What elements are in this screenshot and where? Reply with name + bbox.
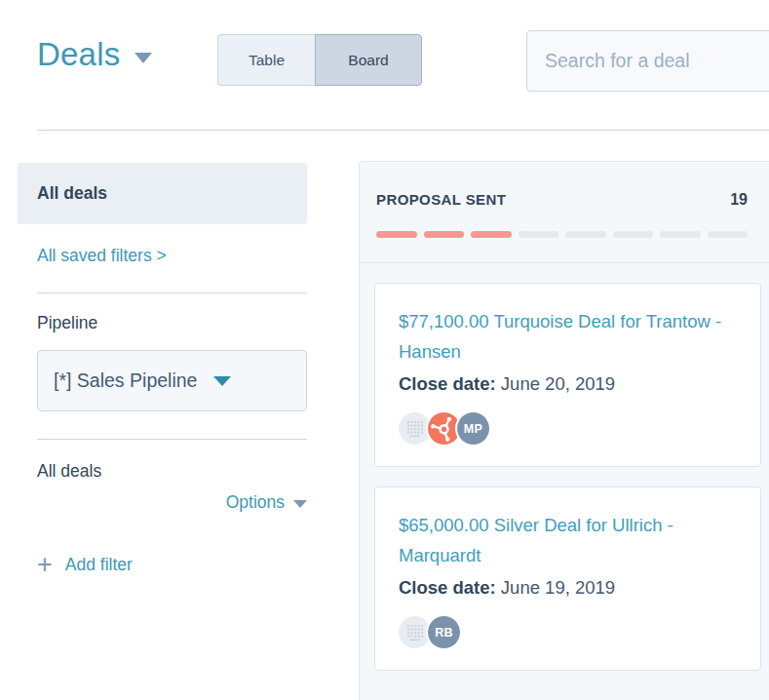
stage-progress-bar xyxy=(376,231,748,238)
pipeline-selected-value: [*] Sales Pipeline xyxy=(54,369,197,392)
cards-area: $77,100.00 Turquoise Deal for Trantow - … xyxy=(360,263,769,671)
sidebar-item-all-deals[interactable]: All deals xyxy=(18,163,307,224)
deal-card[interactable]: $65,000.00 Silver Deal for Ullrich - Mar… xyxy=(374,486,761,671)
all-saved-filters-link[interactable]: All saved filters > xyxy=(37,246,167,266)
progress-segment xyxy=(519,231,559,238)
progress-segment xyxy=(471,231,512,238)
column-header: PROPOSAL SENT 19 xyxy=(360,162,769,263)
close-date-value: June 20, 2019 xyxy=(501,373,615,394)
plus-icon: + xyxy=(37,552,53,577)
sidebar-divider xyxy=(37,292,307,293)
chevron-down-icon xyxy=(213,376,231,386)
chevron-down-icon xyxy=(293,500,307,508)
owner-avatar: RB xyxy=(428,616,460,648)
page-title: Deals xyxy=(37,36,120,73)
deal-title-link[interactable]: $65,000.00 Silver Deal for Ullrich - Mar… xyxy=(399,510,737,570)
calendar-grid-icon xyxy=(399,412,431,445)
progress-segment xyxy=(424,231,465,238)
close-date-line: Close date: June 19, 2019 xyxy=(399,573,737,602)
progress-segment xyxy=(708,231,749,238)
owner-avatar: MP xyxy=(457,412,489,445)
column-title: PROPOSAL SENT xyxy=(376,191,506,208)
progress-segment xyxy=(613,231,654,238)
page-title-dropdown[interactable]: Deals xyxy=(37,36,152,73)
options-label: Options xyxy=(226,492,285,513)
close-date-label: Close date: xyxy=(399,577,496,598)
close-date-line: Close date: June 20, 2019 xyxy=(399,369,737,398)
column-count: 19 xyxy=(730,191,748,209)
calendar-grid-icon xyxy=(399,616,431,648)
deal-card[interactable]: $77,100.00 Turquoise Deal for Trantow - … xyxy=(374,283,761,467)
view-toggle: Table Board xyxy=(217,34,422,86)
progress-segment xyxy=(660,231,701,238)
progress-segment xyxy=(565,231,606,238)
progress-segment xyxy=(376,231,417,238)
sidebar-item-label: All deals xyxy=(37,183,107,204)
table-view-button[interactable]: Table xyxy=(217,34,315,86)
badge-row: RB xyxy=(399,616,737,648)
add-filter-button[interactable]: + Add filter xyxy=(37,552,133,577)
header-divider xyxy=(37,130,769,131)
current-view-label: All deals xyxy=(37,461,101,482)
hubspot-sprocket-icon xyxy=(428,412,460,445)
chevron-down-icon xyxy=(135,53,152,63)
close-date-value: June 19, 2019 xyxy=(501,577,615,598)
pipeline-label: Pipeline xyxy=(37,313,97,333)
board-column-proposal-sent: PROPOSAL SENT 19 $77,100.00 Turquoise De… xyxy=(359,161,769,700)
options-dropdown[interactable]: Options xyxy=(37,492,307,513)
deal-title-link[interactable]: $77,100.00 Turquoise Deal for Trantow - … xyxy=(399,306,737,367)
pipeline-select[interactable]: [*] Sales Pipeline xyxy=(37,350,307,411)
search-input[interactable] xyxy=(526,30,769,92)
sidebar-divider xyxy=(37,439,307,440)
add-filter-label: Add filter xyxy=(65,555,133,575)
badge-row: MP xyxy=(399,412,737,445)
close-date-label: Close date: xyxy=(399,373,496,394)
board-view-button[interactable]: Board xyxy=(315,34,422,86)
